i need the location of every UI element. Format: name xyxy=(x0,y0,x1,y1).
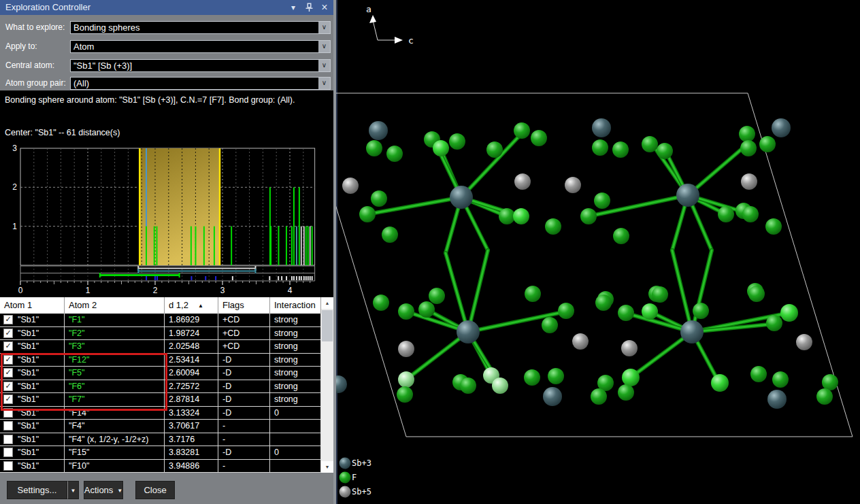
settings-dropdown-button[interactable]: ▼ xyxy=(67,481,79,499)
column-header-d-1-2[interactable]: d 1,2▲ xyxy=(165,297,218,314)
atom-f[interactable] xyxy=(618,305,634,321)
chevron-down-icon[interactable]: ∨ xyxy=(318,41,330,52)
atom-f[interactable] xyxy=(739,126,755,142)
chevron-down-icon[interactable]: ∨ xyxy=(318,60,330,71)
atom-group-pair-select[interactable]: (All) ∨ xyxy=(70,77,331,90)
scrollbar-thumb[interactable] xyxy=(322,310,333,341)
atom-fp[interactable] xyxy=(398,371,414,388)
column-header-atom-2[interactable]: Atom 2 xyxy=(65,297,165,314)
atom-sb5[interactable] xyxy=(565,177,581,193)
atom-sb5[interactable] xyxy=(741,173,757,190)
atom-sb3[interactable] xyxy=(450,186,473,209)
table-row[interactable]: ✓"Sb1""F12"2.53414-Dstrong xyxy=(0,354,321,367)
atom-sb5[interactable] xyxy=(514,173,531,190)
atom-sb5[interactable] xyxy=(572,333,589,350)
atom-f[interactable] xyxy=(542,317,558,333)
column-header-flags[interactable]: Flags xyxy=(218,297,270,314)
table-row[interactable]: ✓"Sb1""F7"2.87814-Dstrong xyxy=(0,393,321,407)
atom-f[interactable] xyxy=(742,206,759,222)
atom-f[interactable] xyxy=(545,218,561,235)
atom-f[interactable] xyxy=(548,368,564,384)
table-row[interactable]: "Sb1""F4" (x, 1/2-y, -1/2+z)3.7176- xyxy=(0,433,321,447)
atom-f[interactable] xyxy=(642,136,658,152)
table-row[interactable]: ✓"Sb1""F3"2.02548+CDstrong xyxy=(0,340,321,354)
window-menu-icon[interactable]: ▾ xyxy=(288,3,298,12)
atom-f[interactable] xyxy=(486,141,503,158)
row-checkbox[interactable]: ✓ xyxy=(3,382,13,391)
scroll-down-icon[interactable]: ▼ xyxy=(321,461,333,473)
close-icon[interactable]: × xyxy=(320,3,329,12)
atom-f[interactable] xyxy=(524,369,540,386)
atom-f[interactable] xyxy=(592,139,608,156)
atom-f[interactable] xyxy=(772,371,789,388)
atom-f[interactable] xyxy=(449,133,465,150)
selection-region[interactable] xyxy=(139,148,220,265)
atom-f[interactable] xyxy=(613,228,629,244)
atom-f[interactable] xyxy=(618,384,634,401)
atom-f[interactable] xyxy=(531,130,547,146)
atom-f[interactable] xyxy=(460,377,476,394)
chevron-down-icon[interactable]: ∨ xyxy=(318,78,330,89)
column-header-atom-1[interactable]: Atom 1 xyxy=(0,297,65,314)
table-row[interactable]: ✓"Sb1""F5"2.60094-Dstrong xyxy=(0,367,321,380)
atom-fb[interactable] xyxy=(711,374,729,392)
atom-f[interactable] xyxy=(382,226,398,243)
atom-f[interactable] xyxy=(594,192,610,209)
apply-to-select[interactable]: Atom ∨ xyxy=(70,40,331,53)
atom-f[interactable] xyxy=(580,208,597,224)
atom-f[interactable] xyxy=(693,303,709,319)
row-checkbox[interactable]: ✓ xyxy=(3,341,13,351)
table-row[interactable]: "Sb1""F14"3.13324-D0 xyxy=(0,407,321,420)
atom-f[interactable] xyxy=(397,386,413,403)
what-to-explore-select[interactable]: Bonding spheres ∨ xyxy=(70,21,331,34)
row-checkbox[interactable]: ✓ xyxy=(3,355,13,365)
atom-sb3[interactable] xyxy=(543,387,562,406)
atom-sb5[interactable] xyxy=(621,340,638,356)
atom-sb3[interactable] xyxy=(767,390,787,409)
atom-f[interactable] xyxy=(822,374,838,390)
atom-f[interactable] xyxy=(373,295,389,311)
row-checkbox[interactable] xyxy=(3,435,13,444)
row-checkbox[interactable]: ✓ xyxy=(3,394,13,404)
atom-fb[interactable] xyxy=(642,303,658,320)
atom-f[interactable] xyxy=(514,122,530,139)
column-header-interaction[interactable]: Interaction xyxy=(270,297,321,314)
row-checkbox[interactable]: ✓ xyxy=(3,315,13,324)
actions-button[interactable]: Actions ▼ xyxy=(84,481,123,499)
atom-f[interactable] xyxy=(418,301,435,318)
atom-f[interactable] xyxy=(748,286,765,302)
pin-icon[interactable] xyxy=(304,3,314,12)
atom-fp[interactable] xyxy=(492,377,508,394)
atom-f[interactable] xyxy=(398,303,414,320)
scroll-up-icon[interactable]: ▲ xyxy=(321,297,333,309)
atom-fb[interactable] xyxy=(622,369,640,386)
table-row[interactable]: "Sb1""F10"3.94886- xyxy=(0,460,321,473)
atom-f[interactable] xyxy=(558,303,574,319)
atom-f[interactable] xyxy=(816,388,833,405)
atom-f[interactable] xyxy=(750,366,767,382)
atom-sb3[interactable] xyxy=(592,118,611,137)
atom-sb3[interactable] xyxy=(772,118,791,137)
row-checkbox[interactable] xyxy=(3,408,13,418)
row-checkbox[interactable] xyxy=(3,461,13,471)
row-checkbox[interactable]: ✓ xyxy=(3,368,13,377)
atom-f[interactable] xyxy=(525,286,541,302)
central-atom-select[interactable]: "Sb1" [Sb (+3)] ∨ xyxy=(70,59,331,72)
atom-sb3[interactable] xyxy=(336,375,347,393)
atom-f[interactable] xyxy=(652,286,668,303)
atom-f[interactable] xyxy=(765,218,782,235)
atom-sb3[interactable] xyxy=(369,121,388,140)
table-scrollbar[interactable]: ▲ ▼ xyxy=(321,297,333,473)
chevron-down-icon[interactable]: ∨ xyxy=(318,22,330,33)
atom-f[interactable] xyxy=(657,143,673,159)
atom-f[interactable] xyxy=(366,140,382,156)
atom-sb3[interactable] xyxy=(676,184,699,207)
atom-fb[interactable] xyxy=(780,304,798,322)
atom-sb5[interactable] xyxy=(398,341,414,357)
atom-sb3[interactable] xyxy=(457,320,480,343)
atom-sb5[interactable] xyxy=(796,334,812,350)
table-row[interactable]: "Sb1""F15"3.83281-D0 xyxy=(0,446,321,460)
row-checkbox[interactable] xyxy=(3,421,13,431)
close-button[interactable]: Close xyxy=(135,481,175,499)
table-row[interactable]: "Sb1""F4"3.70617- xyxy=(0,420,321,433)
